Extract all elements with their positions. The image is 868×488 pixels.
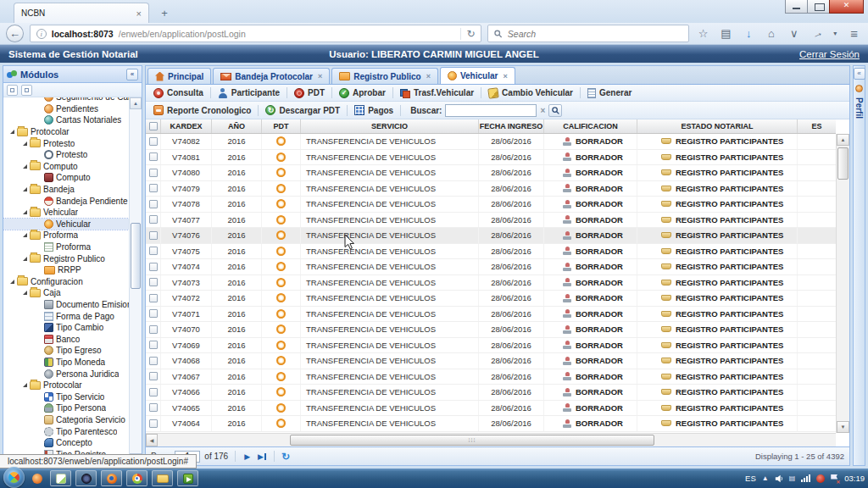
column-header-es[interactable]: ES	[798, 119, 836, 133]
tree-item-protesto[interactable]: Protesto	[3, 149, 129, 161]
row-checkbox[interactable]	[149, 388, 158, 396]
tree-item-tipo-servicio[interactable]: Tipo Servicio	[3, 391, 129, 402]
start-button[interactable]	[3, 467, 25, 488]
language-indicator[interactable]: ES	[745, 474, 756, 483]
row-checkbox[interactable]	[149, 215, 158, 224]
tree-item-computo[interactable]: Computo	[3, 161, 129, 173]
notes-icon[interactable]	[50, 470, 71, 486]
tree-item-categoria-servicio[interactable]: Categoria Servicio	[3, 414, 129, 426]
row-checkbox[interactable]	[149, 152, 158, 161]
next-page-icon[interactable]: ▶	[242, 452, 252, 461]
tree-item-computo[interactable]: Computo	[3, 172, 129, 184]
hidden-icons-arrow-icon[interactable]: ▲	[762, 474, 769, 482]
reporte-cronologico-button[interactable]: Reporte Cronologico	[149, 104, 255, 116]
scrollbar-thumb[interactable]	[131, 223, 141, 289]
row-checkbox[interactable]	[149, 341, 158, 349]
header-checkbox[interactable]	[149, 122, 158, 130]
table-row[interactable]: V740732016TRANSFERENCIA DE VEHICULOS28/0…	[146, 275, 836, 291]
table-row[interactable]: V740742016TRANSFERENCIA DE VEHICULOS28/0…	[146, 259, 836, 275]
grid-vertical-scrollbar[interactable]: ▲ ▼	[836, 134, 849, 433]
tab-close-icon[interactable]: ×	[318, 72, 322, 80]
expand-arrow-icon[interactable]	[10, 280, 14, 284]
expand-arrow-icon[interactable]	[23, 164, 27, 169]
tab-vehicular[interactable]: Vehicular×	[440, 67, 515, 84]
tree-item-tipo-parentesco[interactable]: Tipo Parentesco	[3, 425, 129, 437]
chevron-down-icon[interactable]: ▾	[831, 30, 839, 37]
tree-item-vehicular[interactable]: Vehicular	[3, 207, 129, 219]
expand-arrow-icon[interactable]	[23, 257, 27, 261]
tree-item-cartas-notariales[interactable]: Cartas Notariales	[3, 114, 129, 126]
expand-arrow-icon[interactable]	[23, 233, 27, 237]
tree-item-protocolar[interactable]: Protocolar	[3, 380, 129, 391]
network-icon[interactable]	[801, 474, 810, 482]
logout-link[interactable]: Cerrar Sesión	[799, 49, 860, 59]
table-row[interactable]: V740642016TRANSFERENCIA DE VEHICULOS28/0…	[146, 416, 836, 432]
info-icon[interactable]: i	[36, 29, 47, 39]
browser-search-box[interactable]	[487, 25, 688, 42]
clear-search-icon[interactable]: ×	[540, 106, 545, 115]
tab-principal[interactable]: Principal	[147, 68, 211, 84]
column-header-pdt[interactable]: PDT	[262, 119, 301, 133]
notification-badge-icon[interactable]	[816, 474, 825, 483]
tree-item-tipo-egreso[interactable]: Tipo Egreso	[3, 345, 129, 357]
row-checkbox[interactable]	[149, 278, 158, 286]
row-checkbox[interactable]	[149, 184, 158, 192]
clipboard-tray-icon[interactable]: ▤	[789, 474, 796, 482]
tree-item-banco[interactable]: Banco	[3, 333, 129, 345]
pagos-button[interactable]: Pagos	[350, 104, 398, 116]
table-row[interactable]: V740772016TRANSFERENCIA DE VEHICULOS28/0…	[146, 213, 836, 229]
column-header-checkbox[interactable]	[146, 119, 161, 133]
clock[interactable]: 03:19	[844, 474, 865, 483]
tab-close-icon[interactable]: ×	[503, 72, 507, 80]
pdt-button[interactable]: PDT	[290, 87, 329, 99]
column-header-fecha-ingreso[interactable]: FECHA INGRESO	[479, 119, 544, 133]
grid-horizontal-scrollbar[interactable]: ◀ ⁞⁞⁞	[146, 433, 836, 446]
tree-item-bandeja[interactable]: Bandeja	[3, 184, 129, 196]
row-checkbox[interactable]	[149, 403, 158, 412]
tree-item-documento-emision[interactable]: Documento Emision	[3, 299, 129, 311]
column-header-estado-notarial[interactable]: ESTADO NOTARIAL	[637, 119, 798, 133]
tree-item-seguimiento-de-cartas[interactable]: Seguimiento de Cartas	[3, 97, 129, 103]
url-bar[interactable]: i localhost:8073/enweb/en/application/po…	[30, 25, 482, 42]
column-header-kardex[interactable]: KARDEX	[161, 119, 212, 133]
tree-item-pendientes[interactable]: Pendientes	[3, 103, 129, 115]
row-checkbox[interactable]	[149, 357, 158, 365]
new-tab-button[interactable]: +	[155, 7, 174, 21]
browser-small-icon[interactable]	[29, 470, 46, 486]
tree-item-persona-juridica[interactable]: Persona Juridica	[3, 368, 129, 380]
home-icon[interactable]: ⌂	[763, 27, 780, 40]
table-row[interactable]: V740672016TRANSFERENCIA DE VEHICULOS28/0…	[146, 369, 836, 385]
expand-arrow-icon[interactable]	[10, 130, 14, 134]
table-row[interactable]: V740692016TRANSFERENCIA DE VEHICULOS28/0…	[146, 338, 836, 354]
table-row[interactable]: V740662016TRANSFERENCIA DE VEHICULOS28/0…	[146, 385, 836, 401]
scroll-down-icon[interactable]: ▼	[837, 421, 849, 433]
search-button[interactable]	[548, 104, 562, 117]
expand-arrow-icon[interactable]	[23, 141, 27, 146]
column-header-año[interactable]: AÑO	[212, 119, 262, 133]
collapse-all-button[interactable]	[21, 85, 32, 96]
tab-close-icon[interactable]: ×	[136, 8, 142, 19]
chrome-icon[interactable]	[126, 470, 147, 486]
tab-bandeja-protocolar[interactable]: Bandeja Protocolar×	[213, 68, 330, 84]
trasf-vehicular-button[interactable]: Trasf.Vehicular	[396, 87, 478, 99]
perfil-collapsed-panel[interactable]: « Perfil	[853, 65, 865, 466]
generar-button[interactable]: Generar	[583, 87, 636, 99]
row-checkbox[interactable]	[149, 231, 158, 240]
maximize-button[interactable]	[807, 0, 830, 14]
table-row[interactable]: V740722016TRANSFERENCIA DE VEHICULOS28/0…	[146, 291, 836, 307]
table-row[interactable]: V740782016TRANSFERENCIA DE VEHICULOS28/0…	[146, 197, 836, 213]
expand-all-button[interactable]	[7, 85, 18, 96]
expand-arrow-icon[interactable]	[23, 291, 27, 295]
tree-item-concepto[interactable]: Concepto	[3, 437, 129, 449]
expand-arrow-icon[interactable]	[23, 210, 27, 214]
row-checkbox[interactable]	[149, 200, 158, 208]
scrollbar-thumb[interactable]: ⁞⁞⁞	[290, 435, 654, 446]
tree-item-proforma[interactable]: Proforma	[3, 230, 129, 241]
table-row[interactable]: V740802016TRANSFERENCIA DE VEHICULOS28/0…	[146, 165, 836, 181]
excel-icon[interactable]	[177, 470, 198, 486]
downloads-icon[interactable]: ↓	[740, 27, 757, 40]
table-row[interactable]: V740812016TRANSFERENCIA DE VEHICULOS28/0…	[146, 150, 836, 166]
tree-item-tipo-cambio[interactable]: Tipo Cambio	[3, 322, 129, 334]
search-input[interactable]	[445, 104, 537, 117]
tree-item-tipo-moneda[interactable]: Tipo Moneda	[3, 357, 129, 369]
